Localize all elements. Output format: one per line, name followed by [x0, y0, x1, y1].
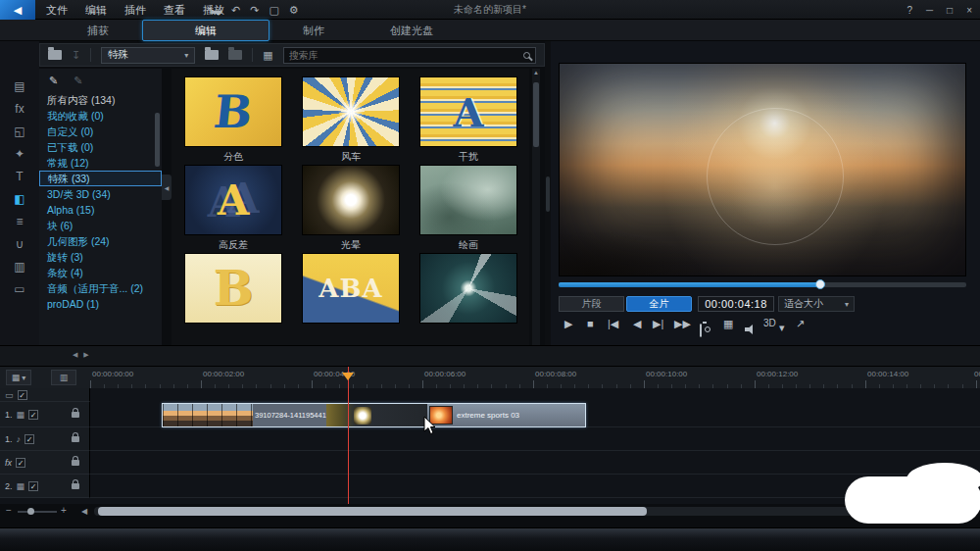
new-folder-icon[interactable] [205, 50, 219, 60]
particle-room-icon[interactable]: ✦ [0, 142, 39, 165]
selected-clip-group[interactable]: 39107284-1411954415923 mt extreme sports… [162, 403, 586, 427]
download-icon[interactable]: ↧ [72, 49, 80, 62]
effect-room-icon[interactable]: fx [0, 97, 39, 120]
category-general[interactable]: 常规 (12) [39, 155, 162, 171]
category-alpha[interactable]: Alpha (15) [39, 202, 162, 218]
minimize-button[interactable]: ─ [926, 5, 933, 16]
transition-room-icon[interactable]: ◧ [0, 187, 39, 210]
subtitle-room-icon[interactable]: ▭ [0, 277, 39, 300]
splitter-handle[interactable] [546, 176, 550, 212]
clip-mode-button[interactable]: 片段 [559, 296, 624, 312]
category-stripes[interactable]: 条纹 (4) [39, 265, 162, 280]
menu-edit[interactable]: 编辑 [76, 0, 116, 20]
transition-item-fengche[interactable]: 风车 [302, 76, 400, 164]
track-enable-checkbox[interactable]: ✓ [16, 458, 25, 468]
category-all-content[interactable]: 所有内容 (134) [39, 92, 162, 108]
preview-screen[interactable] [559, 63, 966, 276]
import-media-icon[interactable] [48, 50, 62, 60]
transition-item-ganrao[interactable]: A 干扰 [419, 76, 517, 164]
playhead-line[interactable] [348, 367, 349, 504]
tab-produce[interactable]: 制作 [270, 21, 358, 40]
menu-view[interactable]: 查看 [155, 0, 194, 20]
play-button[interactable]: ▶ [564, 318, 572, 330]
fx-track-lane[interactable] [0, 451, 980, 475]
display-icon[interactable]: ▢ [269, 4, 278, 17]
close-button[interactable]: × [966, 5, 972, 16]
transition-item-guangyun[interactable]: 光晕 [302, 165, 400, 252]
transition-item-huihua[interactable]: 绘画 [419, 165, 517, 252]
transition-clip[interactable] [326, 404, 427, 426]
zoom-slider-track[interactable] [18, 511, 57, 513]
tab-create-disc[interactable]: 创建光盘 [358, 21, 466, 40]
pen-icon[interactable]: ✎ [49, 75, 58, 87]
transition-item-fense[interactable]: B 分色 [184, 76, 282, 164]
zoom-out-icon[interactable]: − [6, 505, 12, 516]
grid-scrollbar-thumb[interactable] [533, 82, 539, 147]
timeline-splitter-strip[interactable] [0, 345, 980, 367]
category-rotate[interactable]: 旋转 (3) [39, 249, 162, 265]
menu-file[interactable]: 文件 [37, 0, 76, 20]
track-enable-checkbox[interactable]: ✓ [24, 434, 34, 444]
playhead-marker[interactable] [342, 373, 354, 380]
zoom-in-icon[interactable]: + [61, 505, 67, 516]
category-filter-dropdown[interactable]: 特殊 ▾ [101, 47, 195, 64]
timeline-ruler[interactable]: 00:00:00:00 00:00:02:00 00:00:04:00 00:0… [90, 367, 980, 388]
category-geometry[interactable]: 几何图形 (24) [39, 233, 162, 249]
category-prodad[interactable]: proDAD (1) [39, 296, 162, 312]
scroll-left-icon[interactable]: ◀ [81, 507, 87, 516]
timecode-display[interactable]: 00:00:04:18 [698, 296, 774, 312]
transition-item-gaofancha[interactable]: A 高反差 [184, 165, 282, 252]
search-icon[interactable] [523, 52, 530, 59]
track-lock-icon[interactable] [72, 460, 79, 466]
chapter-room-icon[interactable]: ▥ [0, 255, 39, 277]
zoom-fit-dropdown[interactable]: 适合大小 ▾ [778, 296, 855, 312]
audio-track-1-lane[interactable] [0, 427, 980, 451]
previous-frame-button[interactable]: |◀ [608, 318, 618, 330]
3d-mode-button[interactable]: 3D [763, 318, 776, 328]
help-button[interactable]: ? [906, 5, 912, 16]
pen-dim-icon[interactable]: ✎ [74, 75, 82, 87]
collapse-categories-button[interactable]: ◀ [162, 175, 172, 200]
category-custom[interactable]: 自定义 (0) [39, 124, 162, 139]
track-select-header[interactable]: ▭ ✓ [0, 388, 90, 402]
seek-handle[interactable] [815, 279, 825, 289]
category-special[interactable]: 特殊 (33) [39, 171, 162, 186]
grid-scroll-up-icon[interactable]: ▲ [532, 70, 540, 75]
track-lock-icon[interactable] [72, 436, 79, 442]
timeline-splitter-handle[interactable]: ◀ ▶ [73, 351, 91, 359]
audio-mixing-room-icon[interactable]: ≡ [0, 210, 39, 232]
step-back-button[interactable]: ◀ [633, 318, 641, 330]
search-input[interactable] [289, 50, 523, 61]
zoom-slider-handle[interactable] [27, 508, 34, 515]
select-all-checkbox[interactable]: ✓ [18, 390, 27, 400]
video-clip[interactable]: extreme sports 03 [427, 404, 585, 426]
next-frame-button[interactable]: ▶| [653, 318, 663, 330]
category-3d[interactable]: 3D/类 3D (34) [39, 186, 162, 202]
timeline-scrollbar-thumb[interactable] [98, 507, 647, 516]
snap-button[interactable]: ▥ [51, 370, 76, 385]
transition-item-row3-3[interactable] [419, 253, 517, 326]
clip-filmstrip[interactable] [163, 404, 253, 426]
redo-icon[interactable]: ↷ [250, 4, 259, 17]
title-room-icon[interactable]: T [0, 165, 39, 187]
menu-plugin[interactable]: 插件 [116, 0, 155, 20]
video-track-2-lane[interactable] [0, 475, 980, 498]
tab-edit[interactable]: 编辑 [142, 20, 270, 41]
undo-icon[interactable]: ↶ [231, 4, 240, 17]
maximize-button[interactable]: □ [947, 5, 953, 16]
track-lock-icon[interactable] [72, 483, 79, 489]
grid-view-icon[interactable]: ▦ [263, 49, 272, 62]
export-preview-icon[interactable]: ↗ [796, 318, 805, 330]
track-header-video-2[interactable]: 2. ▦ ✓ [0, 475, 90, 498]
preview-quality-icon[interactable]: ▦ [723, 318, 733, 330]
stop-button[interactable]: ■ [587, 318, 594, 329]
fast-forward-button[interactable]: ▶▶ [674, 318, 691, 330]
category-audio[interactable]: 音频（适用于音... (2) [39, 280, 162, 296]
tab-capture[interactable]: 捕获 [54, 21, 142, 40]
category-downloaded[interactable]: 已下载 (0) [39, 139, 162, 155]
settings-gear-icon[interactable]: ⚙ [289, 4, 299, 17]
snapshot-camera-icon[interactable] [700, 324, 702, 337]
category-favorites[interactable]: 我的收藏 (0) [39, 108, 162, 124]
track-enable-checkbox[interactable]: ✓ [28, 481, 38, 491]
pip-objects-room-icon[interactable]: ◱ [0, 120, 39, 142]
